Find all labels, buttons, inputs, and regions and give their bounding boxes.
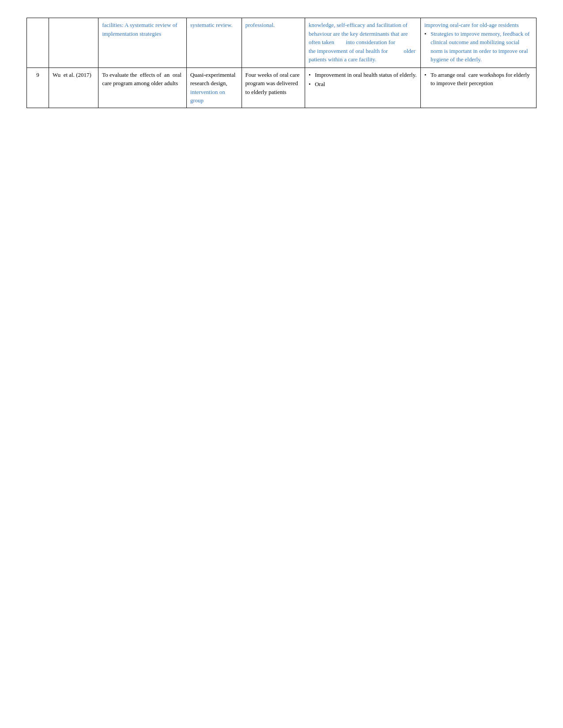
cell-row8-objective: facilities: A systematic review of imple… <box>98 18 187 68</box>
table-row-9: 9 Wu et al. (2017) To evaluate the effec… <box>27 68 537 108</box>
table-row-8-continuation: facilities: A systematic review of imple… <box>27 18 537 68</box>
cell-row9-intervention: Four weeks of oral care program was deli… <box>242 68 305 108</box>
row9-author-text: Wu et al. (2017) <box>53 71 91 78</box>
row8-rec-list: Strategies to improve memory, feedback o… <box>424 30 533 64</box>
row9-rec-item-1: To arrange oral care workshops for elder… <box>424 71 533 88</box>
row9-design-text-blue: intervention on group <box>190 89 225 104</box>
cell-row9-author: Wu et al. (2017) <box>49 68 98 108</box>
cell-row9-id: 9 <box>27 68 49 108</box>
row9-rec-item-1-text: To arrange oral care workshops for elder… <box>431 71 530 87</box>
row9-outcome-item-2: Oral <box>309 80 417 89</box>
row9-intervention-text: Four weeks of oral care program was deli… <box>246 71 300 95</box>
cell-row9-outcomes: Improvement in oral health status of eld… <box>305 68 420 108</box>
row8-rec-item-1-text: Strategies to improve memory, feedback o… <box>431 30 529 63</box>
row8-rec-intro: improving oral-care for old-age resident… <box>424 22 519 28</box>
row9-outcomes-list: Improvement in oral health status of eld… <box>309 71 417 89</box>
cell-row8-author <box>49 18 98 68</box>
row9-design-text-black: Quasi-experimental research design, <box>190 71 236 87</box>
cell-row8-design: systematic review. <box>186 18 242 68</box>
main-table: facilities: A systematic review of imple… <box>26 18 537 108</box>
row9-outcome-item-1: Improvement in oral health status of eld… <box>309 71 417 79</box>
row9-objective-text: To evaluate the effects of an oral care … <box>102 71 181 87</box>
row9-id-text: 9 <box>36 71 39 78</box>
row8-design-text: systematic review. <box>190 22 233 28</box>
cell-row9-objective: To evaluate the effects of an oral care … <box>98 68 187 108</box>
cell-row8-recommendations: improving oral-care for old-age resident… <box>420 18 536 68</box>
row8-rec-item-1: Strategies to improve memory, feedback o… <box>424 30 533 64</box>
cell-row8-id <box>27 18 49 68</box>
row9-rec-list: To arrange oral care workshops for elder… <box>424 71 533 88</box>
cell-row9-recommendations: To arrange oral care workshops for elder… <box>420 68 536 108</box>
cell-row8-outcomes: knowledge, self-efficacy and facilitatio… <box>305 18 420 68</box>
cell-row9-design: Quasi-experimental research design, inte… <box>186 68 242 108</box>
row8-intervention-text: professional. <box>246 22 275 28</box>
row8-outcomes-text: knowledge, self-efficacy and facilitatio… <box>309 22 416 63</box>
row9-outcome-1-text: Improvement in oral health status of eld… <box>315 71 417 78</box>
row9-outcome-2-text: Oral <box>315 81 325 87</box>
cell-row8-intervention: professional. <box>242 18 305 68</box>
row8-objective-text: facilities: A systematic review of imple… <box>102 22 177 37</box>
